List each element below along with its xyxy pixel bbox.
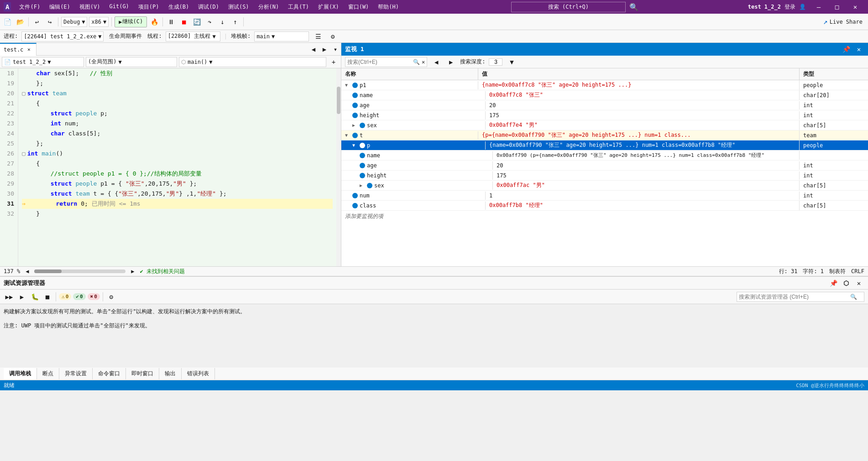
- scroll-bar[interactable]: [34, 269, 125, 273]
- tab-exception-settings[interactable]: 异常设置: [59, 368, 93, 379]
- file-selector-dropdown[interactable]: 📄 test 1_2_2 ▼: [2, 57, 84, 67]
- expand-p1-btn[interactable]: ▼: [345, 83, 350, 88]
- scope-selector-dropdown[interactable]: (全局范围) ▼: [86, 57, 177, 67]
- search-box[interactable]: 搜索 (Ctrl+Q): [511, 2, 626, 12]
- watch-row-t-num[interactable]: num 1 int: [341, 191, 868, 201]
- watch-row-t-p-name[interactable]: name 0x00aff790 (p={name=0x00aff790 "张三"…: [341, 150, 868, 161]
- continue-btn[interactable]: ▶ 继续(C): [115, 16, 147, 27]
- stop-btn[interactable]: ■: [178, 16, 189, 27]
- depth-dropdown-btn[interactable]: ▼: [506, 57, 517, 67]
- watch-nav-back[interactable]: ◀: [431, 57, 442, 67]
- minimize-button[interactable]: —: [810, 0, 828, 14]
- new-file-btn[interactable]: 📄: [2, 16, 13, 27]
- watch-search-box[interactable]: 🔍 ✕: [345, 57, 427, 67]
- tab-call-stack[interactable]: 调用堆栈: [4, 368, 37, 379]
- hot-reload-btn[interactable]: 🔥: [149, 16, 160, 27]
- func-selector-dropdown[interactable]: ⬡ main() ▼: [179, 57, 326, 67]
- watch-row-p1-height[interactable]: height 175 int: [341, 110, 868, 120]
- test-debug-btn[interactable]: 🐛: [29, 291, 40, 302]
- tab-list-btn[interactable]: ▾: [330, 44, 341, 55]
- watch-row-p1-sex[interactable]: ▶ sex 0x00aff7e4 "男" char[5]: [341, 120, 868, 130]
- watch-row-t-p-sex[interactable]: ▶ sex 0x00aff7ac "男" char[5]: [341, 181, 868, 191]
- test-panel-float-btn[interactable]: ⬡: [841, 278, 852, 289]
- test-settings-btn[interactable]: ⚙: [106, 291, 117, 302]
- lifecycle-btn[interactable]: 生命周期事件: [107, 31, 144, 42]
- tab-error-list[interactable]: 错误列表: [182, 368, 215, 379]
- watch-row-t-p[interactable]: ▼ p {name=0x00aff790 "张三" age=20 height=…: [341, 140, 868, 150]
- editor-tab-testc[interactable]: test.c ✕: [0, 43, 37, 56]
- open-btn[interactable]: 📂: [15, 16, 26, 27]
- test-run-btn[interactable]: ▶: [16, 291, 27, 302]
- tab-close-btn[interactable]: ✕: [25, 46, 32, 53]
- thread-dropdown[interactable]: [22860] 主线程 ▼: [166, 31, 220, 41]
- code-editor[interactable]: char sex[5]; // 性别 }; ▢struct team {: [18, 68, 336, 266]
- expand-t-p-sex-btn[interactable]: ▶: [360, 183, 365, 188]
- live-share-button[interactable]: ↗ Live Share: [820, 16, 866, 27]
- watch-row-t[interactable]: ▼ t {p={name=0x00aff790 "张三" age=20 heig…: [341, 130, 868, 140]
- menu-build[interactable]: 生成(B): [166, 2, 192, 12]
- depth-value-input[interactable]: [489, 58, 502, 66]
- user-icon[interactable]: 👤: [799, 4, 806, 10]
- redo-btn[interactable]: ↪: [44, 16, 55, 27]
- tab-breakpoints[interactable]: 断点: [37, 368, 59, 379]
- editor-scrollbar[interactable]: [336, 68, 341, 266]
- stack-dropdown[interactable]: main ▼: [254, 31, 309, 41]
- test-search-box[interactable]: 🔍: [737, 292, 864, 302]
- scroll-right-btn[interactable]: ▶: [131, 268, 134, 275]
- tab-immediate-window[interactable]: 即时窗口: [126, 368, 159, 379]
- watch-row-p1-age[interactable]: age 20 int: [341, 100, 868, 110]
- menu-tools[interactable]: 工具(T): [285, 2, 312, 12]
- menu-edit[interactable]: 编辑(E): [47, 2, 73, 12]
- watch-pin-btn[interactable]: 📌: [841, 44, 852, 55]
- step-into-btn[interactable]: ↓: [217, 16, 228, 27]
- menu-debug[interactable]: 调试(D): [195, 2, 222, 12]
- undo-btn[interactable]: ↩: [31, 16, 42, 27]
- watch-row-p1-name[interactable]: name 0x00aff7c8 "张三" char[20]: [341, 90, 868, 100]
- search-icon[interactable]: 🔍: [629, 3, 638, 11]
- process-dropdown[interactable]: [22644] test 1_2_2.exe ▼: [21, 31, 104, 41]
- stack-filter-btn[interactable]: ☰: [313, 31, 324, 42]
- scroll-left-btn[interactable]: ◀: [26, 268, 29, 275]
- maximize-button[interactable]: □: [828, 0, 846, 14]
- expand-sex-btn[interactable]: ▶: [352, 123, 358, 128]
- pause-btn[interactable]: ⏸: [166, 16, 177, 27]
- menu-test[interactable]: 测试(S): [225, 2, 252, 12]
- login-button[interactable]: 登录: [784, 3, 795, 11]
- watch-row-p1[interactable]: ▼ p1 {name=0x00aff7c8 "张三" age=20 height…: [341, 80, 868, 90]
- scroll-thumb[interactable]: [34, 269, 62, 273]
- tab-scroll-right[interactable]: ▶: [319, 44, 330, 55]
- platform-dropdown[interactable]: x86 ▼: [89, 17, 109, 27]
- menu-window[interactable]: 窗口(W): [345, 2, 372, 12]
- test-panel-pin-btn[interactable]: 📌: [828, 278, 839, 289]
- tab-output[interactable]: 输出: [159, 368, 182, 379]
- expand-p-btn[interactable]: ▼: [352, 143, 358, 148]
- expand-t-btn[interactable]: ▼: [345, 133, 350, 138]
- test-search-input[interactable]: [739, 294, 848, 300]
- editor-expand-btn[interactable]: +: [328, 57, 339, 67]
- step-out-btn[interactable]: ↑: [230, 16, 241, 27]
- step-over-btn[interactable]: ↷: [204, 16, 215, 27]
- stack-settings-btn[interactable]: ⚙: [327, 31, 338, 42]
- tab-command-window[interactable]: 命令窗口: [93, 368, 126, 379]
- menu-file[interactable]: 文件(F): [16, 2, 43, 12]
- close-button[interactable]: ✕: [846, 0, 864, 14]
- menu-project[interactable]: 项目(P): [136, 2, 162, 12]
- add-watch-row[interactable]: 添加要监视的项: [341, 211, 868, 222]
- tab-scroll-left[interactable]: ◀: [308, 44, 319, 55]
- restart-btn[interactable]: 🔄: [191, 16, 202, 27]
- test-stop-btn[interactable]: ■: [42, 291, 53, 302]
- menu-analyze[interactable]: 分析(N): [256, 2, 282, 12]
- menu-view[interactable]: 视图(V): [77, 2, 103, 12]
- search-close-icon[interactable]: ✕: [422, 59, 425, 65]
- debug-config-dropdown[interactable]: Debug ▼: [61, 17, 87, 27]
- watch-close-btn[interactable]: ✕: [853, 44, 864, 55]
- watch-row-t-p-height[interactable]: height 175 int: [341, 171, 868, 181]
- test-run-all-btn[interactable]: ▶▶: [4, 291, 15, 302]
- watch-row-t-class[interactable]: class 0x00aff7b8 "经理" char[5]: [341, 201, 868, 211]
- menu-extensions[interactable]: 扩展(X): [315, 2, 342, 12]
- watch-row-t-p-age[interactable]: age 20 int: [341, 161, 868, 171]
- menu-help[interactable]: 帮助(H): [375, 2, 402, 12]
- watch-search-input[interactable]: [347, 59, 411, 65]
- watch-nav-fwd[interactable]: ▶: [445, 57, 456, 67]
- menu-git[interactable]: Git(G): [107, 2, 132, 12]
